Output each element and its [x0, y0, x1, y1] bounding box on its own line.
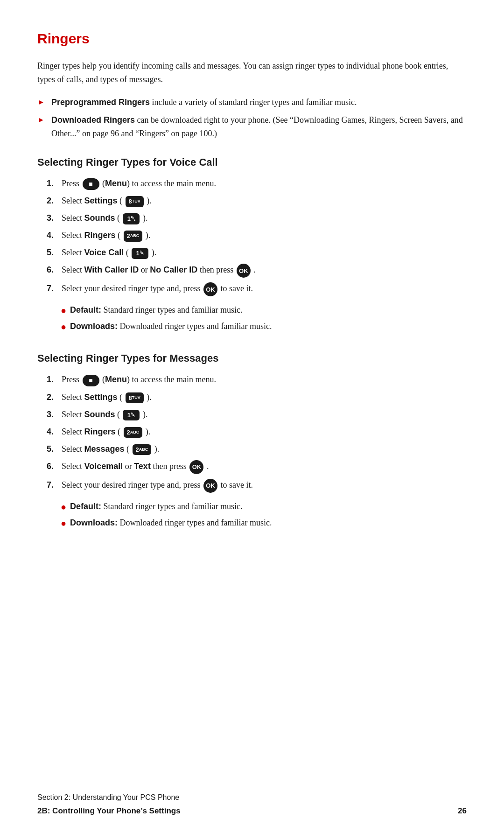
- msg-step-3: 3. Select Sounds ( 1␡ ).: [47, 408, 467, 421]
- menu-label-m1: Menu: [105, 375, 127, 384]
- msg-step-3-num: 3.: [47, 408, 58, 421]
- msg-step-6-content: Select Voicemail or Text then press OK .: [62, 460, 467, 474]
- bullet-text-2: Downloaded Ringers can be downloaded rig…: [51, 115, 463, 138]
- voicecall-label-v: Voice Call: [84, 248, 124, 257]
- voice-step-5-content: Select Voice Call ( 1␡ ).: [62, 246, 467, 259]
- msg-sub-bullets: ● Default: Standard ringer types and fam…: [47, 500, 272, 533]
- voice-step-4-content: Select Ringers ( 2ABC ).: [62, 229, 467, 242]
- intro-text: Ringer types help you identify incoming …: [37, 59, 467, 86]
- msg-downloads-text: Downloads: Downloaded ringer types and f…: [70, 517, 272, 529]
- footer-page-number: 26: [458, 805, 467, 817]
- msg-step-4-content: Select Ringers ( 2ABC ).: [62, 426, 467, 438]
- menu-key-v1: ■: [83, 178, 99, 190]
- messages-section-heading: Selecting Ringer Types for Messages: [37, 350, 467, 366]
- term-preprogrammed: Preprogrammed Ringers: [51, 98, 150, 107]
- voice-sub-default: ● Default: Standard ringer types and fam…: [61, 304, 272, 317]
- voice-step-6-content: Select With Caller ID or No Caller ID th…: [62, 264, 467, 278]
- callerid-label: With Caller ID: [84, 265, 139, 274]
- sub-dot-m1: ●: [61, 500, 66, 514]
- msg-step-4: 4. Select Ringers ( 2ABC ).: [47, 426, 467, 438]
- ringers-key-v: 2ABC: [124, 231, 143, 242]
- voice-step-5: 5. Select Voice Call ( 1␡ ).: [47, 246, 467, 259]
- default-term-v: Default:: [70, 305, 101, 315]
- msg-step-6: 6. Select Voicemail or Text then press O…: [47, 460, 467, 474]
- ok-key-v7: OK: [203, 282, 217, 296]
- voice-section-heading: Selecting Ringer Types for Voice Call: [37, 154, 467, 170]
- downloads-term-v: Downloads:: [70, 322, 118, 331]
- msg-step-5: 5. Select Messages ( 2ABC ).: [47, 443, 467, 455]
- msg-sub-downloads: ● Downloads: Downloaded ringer types and…: [61, 517, 272, 530]
- msg-step-2: 2. Select Settings ( 8TUV ).: [47, 391, 467, 404]
- msg-step-6-num: 6.: [47, 460, 58, 473]
- voice-step-6-num: 6.: [47, 264, 58, 276]
- settings-key-m: 8TUV: [126, 392, 144, 404]
- ok-key-m7: OK: [203, 479, 217, 493]
- bullet-desc-1: include a variety of standard ringer typ…: [150, 98, 357, 107]
- bullet-downloaded: ► Downloaded Ringers can be downloaded r…: [37, 113, 467, 140]
- sounds-key-v: 1␡: [123, 213, 140, 224]
- msg-step-2-content: Select Settings ( 8TUV ).: [62, 391, 467, 404]
- bullet-text-1: Preprogrammed Ringers include a variety …: [51, 98, 357, 107]
- msg-default-text: Default: Standard ringer types and famil…: [70, 500, 242, 513]
- voice-step-2-num: 2.: [47, 195, 58, 207]
- msg-step-7: 7. Select your desired ringer type and, …: [47, 479, 467, 533]
- voice-step-7: 7. Select your desired ringer type and, …: [47, 282, 467, 336]
- msg-step-5-num: 5.: [47, 443, 58, 455]
- ringers-key-m: 2ABC: [124, 427, 143, 438]
- voice-step-4-num: 4.: [47, 229, 58, 242]
- text-label: Text: [134, 462, 151, 471]
- voice-step-7-content: Select your desired ringer type and, pre…: [62, 282, 253, 296]
- voice-downloads-text: Downloads: Downloaded ringer types and f…: [70, 320, 272, 333]
- term-downloaded: Downloaded Ringers: [51, 115, 135, 125]
- voice-step-1: 1. Press ■ (Menu) to access the main men…: [47, 177, 467, 190]
- footer-section: Section 2: Understanding Your PCS Phone: [37, 792, 467, 803]
- sounds-label-v: Sounds: [84, 213, 115, 223]
- sounds-key-m: 1␡: [123, 410, 140, 421]
- voicemail-label: Voicemail: [84, 462, 123, 471]
- voice-step-3: 3. Select Sounds ( 1␡ ).: [47, 212, 467, 224]
- downloads-term-m: Downloads:: [70, 518, 118, 527]
- bullet-arrow-2: ►: [37, 114, 45, 126]
- msg-step-1-content: Press ■ (Menu) to access the main menu.: [62, 373, 467, 386]
- messages-key-m: 2ABC: [133, 444, 152, 455]
- bullet-preprogrammed: ► Preprogrammed Ringers include a variet…: [37, 96, 467, 109]
- voice-step-3-content: Select Sounds ( 1␡ ).: [62, 212, 467, 224]
- msg-step-1: 1. Press ■ (Menu) to access the main men…: [47, 373, 467, 386]
- footer-chapter: 2B: Controlling Your Phone’s Settings: [37, 805, 181, 817]
- settings-label-m: Settings: [84, 392, 117, 402]
- page-footer: Section 2: Understanding Your PCS Phone …: [37, 792, 467, 817]
- voice-step-1-num: 1.: [47, 177, 58, 190]
- sub-dot-2: ●: [61, 320, 66, 334]
- ok-key-m6: OK: [189, 460, 203, 474]
- voice-default-text: Default: Standard ringer types and famil…: [70, 304, 242, 316]
- sub-dot-1: ●: [61, 303, 66, 317]
- msg-step-5-content: Select Messages ( 2ABC ).: [62, 443, 467, 455]
- menu-key-m1: ■: [83, 375, 99, 386]
- bullet-sections: ► Preprogrammed Ringers include a variet…: [37, 96, 467, 140]
- footer-bottom-bar: 2B: Controlling Your Phone’s Settings 26: [37, 805, 467, 817]
- ringers-label-m: Ringers: [84, 427, 115, 436]
- default-term-m: Default:: [70, 502, 101, 511]
- voice-step-6: 6. Select With Caller ID or No Caller ID…: [47, 264, 467, 278]
- sub-dot-m2: ●: [61, 516, 66, 530]
- msg-step-4-num: 4.: [47, 426, 58, 438]
- sounds-label-m: Sounds: [84, 410, 115, 419]
- msg-sub-default: ● Default: Standard ringer types and fam…: [61, 500, 272, 514]
- voice-sub-bullets: ● Default: Standard ringer types and fam…: [47, 304, 272, 336]
- page-title: Ringers: [37, 28, 467, 49]
- voice-step-1-content: Press ■ (Menu) to access the main menu.: [62, 177, 467, 190]
- menu-label-v1: Menu: [105, 179, 127, 188]
- bullet-arrow-1: ►: [37, 97, 45, 108]
- msg-step-2-num: 2.: [47, 391, 58, 404]
- voice-step-3-num: 3.: [47, 212, 58, 224]
- nocallerid-label: No Caller ID: [150, 265, 197, 274]
- messages-label-m: Messages: [84, 444, 124, 454]
- msg-step-7-num: 7.: [47, 479, 58, 493]
- voicecall-key-v: 1␡: [132, 248, 148, 259]
- settings-key-v: 8TUV: [126, 196, 144, 207]
- msg-step-7-content: Select your desired ringer type and, pre…: [62, 479, 253, 493]
- voice-steps-list: 1. Press ■ (Menu) to access the main men…: [37, 177, 467, 336]
- voice-sub-downloads: ● Downloads: Downloaded ringer types and…: [61, 320, 272, 334]
- msg-step-1-num: 1.: [47, 373, 58, 386]
- voice-step-5-num: 5.: [47, 246, 58, 259]
